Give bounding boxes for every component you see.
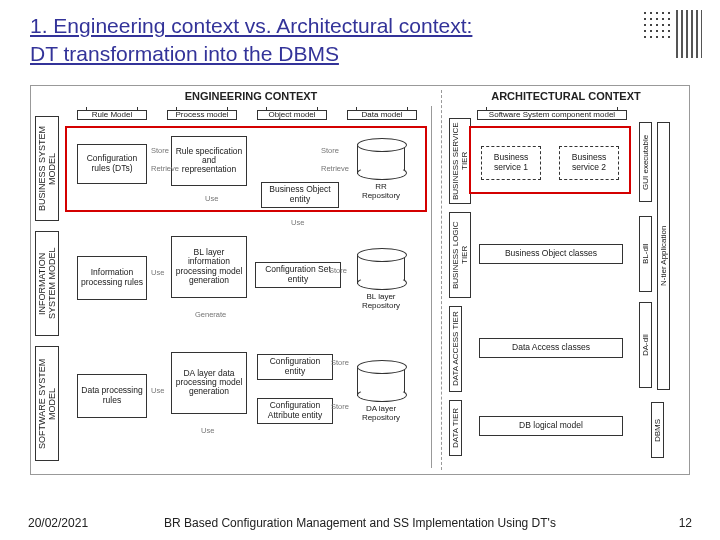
vbar-gui: GUI executable: [639, 122, 652, 202]
box-config-rules: Configuration rules (DTs): [77, 144, 147, 184]
vbar-dadll: DA-dll: [639, 302, 652, 388]
txt-use-3: Use: [151, 268, 164, 277]
txt-store-2: Store: [321, 146, 339, 155]
box-bo-entity: Business Object entity: [261, 182, 339, 208]
box-bl-proc: BL layer information processing model ge…: [171, 236, 247, 298]
box-cfg-entity: Configuration entity: [257, 354, 333, 380]
context-divider: [441, 90, 442, 470]
row-label-blt: BUSINESS LOGIC TIER: [449, 212, 471, 298]
box-bs2: Business service 2: [559, 146, 619, 180]
txt-retrieve-1: Retrieve: [151, 164, 179, 173]
txt-retrieve-2: Retrieve: [321, 164, 349, 173]
row-label-bst: BUSINESS SERVICE TIER: [449, 118, 471, 204]
col-hdr-sscm: Software System component model: [477, 110, 627, 120]
txt-use-2: Use: [291, 218, 304, 227]
txt-generate-1: Generate: [195, 310, 226, 319]
vbar-bldll: BL-dll: [639, 216, 652, 292]
box-info-rules: Information processing rules: [77, 256, 147, 300]
box-data-rules: Data processing rules: [77, 374, 147, 418]
title-line-1: 1. Engineering context vs. Architectural…: [30, 14, 472, 37]
txt-store-1: Store: [151, 146, 169, 155]
txt-use-5: Use: [201, 426, 214, 435]
corner-decoration: [642, 10, 702, 58]
col-hdr-object: Object model: [257, 110, 327, 120]
txt-use-1: Use: [205, 194, 218, 203]
footer-page: 12: [679, 516, 692, 530]
col-hdr-rule: Rule Model: [77, 110, 147, 120]
row-label-dat: DATA ACCESS TIER: [449, 306, 462, 392]
cyl-rr: RR Repository: [357, 138, 405, 180]
txt-store-3: Store: [329, 266, 347, 275]
slide: 1. Engineering context vs. Architectural…: [0, 0, 720, 540]
cyl-bl: BL layer Repository: [357, 248, 405, 290]
box-da-proc: DA layer data processing model generatio…: [171, 352, 247, 414]
row-label-bsm: BUSINESS SYSTEM MODEL: [35, 116, 59, 221]
box-cfg-attr: Configuration Attribute entity: [257, 398, 333, 424]
col-hdr-data: Data model: [347, 110, 417, 120]
box-bs1: Business service 1: [481, 146, 541, 180]
row-label-ssm: SOFTWARE SYSTEM MODEL: [35, 346, 59, 461]
row-label-dt: DATA TIER: [449, 400, 462, 456]
engineering-context-title: ENGINEERING CONTEXT: [71, 90, 431, 102]
cyl-da: DA layer Repository: [357, 360, 405, 402]
box-db-logical: DB logical model: [479, 416, 623, 436]
col-hdr-process: Process model: [167, 110, 237, 120]
box-rule-spec: Rule specification and representation: [171, 136, 247, 186]
diagram: ENGINEERING CONTEXT ARCHITECTURAL CONTEX…: [30, 85, 690, 475]
txt-store-4: Store: [331, 358, 349, 367]
title-line-2: DT transformation into the DBMS: [30, 42, 339, 65]
row-label-ism: INFORMATION SYSTEM MODEL: [35, 231, 59, 336]
vbar-ntier: N-tier Application: [657, 122, 670, 390]
architectural-context-title: ARCHITECTURAL CONTEXT: [461, 90, 671, 102]
box-bo-classes: Business Object classes: [479, 244, 623, 264]
txt-store-5: Store: [331, 402, 349, 411]
txt-use-4: Use: [151, 386, 164, 395]
slide-title: 1. Engineering context vs. Architectural…: [30, 12, 690, 69]
vbar-dbms: DBMS: [651, 402, 664, 458]
eng-right-border: [431, 106, 432, 468]
box-da-classes: Data Access classes: [479, 338, 623, 358]
footer-title: BR Based Configuration Management and SS…: [0, 516, 720, 530]
